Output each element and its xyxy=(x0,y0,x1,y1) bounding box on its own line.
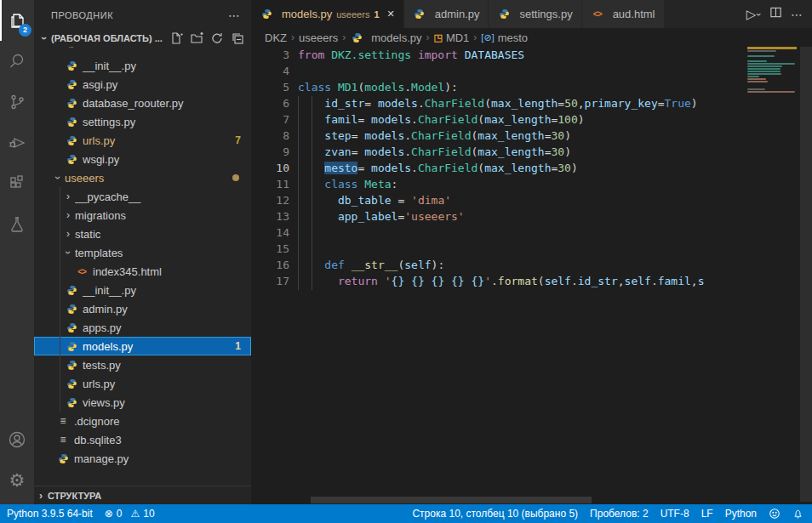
outline-section-header[interactable]: › СТРУКТУРА xyxy=(34,486,251,504)
tree-item-db.sqlite3[interactable]: ≡db.sqlite3 xyxy=(34,430,251,449)
tree-item-models.py[interactable]: models.py1 xyxy=(34,337,251,355)
tab-problems-badge: 1 xyxy=(374,9,379,20)
chevron-right-icon: › xyxy=(61,228,75,240)
tree-item-manage.py[interactable]: manage.py xyxy=(34,449,251,467)
breadcrumb-item-useeers[interactable]: useeers xyxy=(299,31,338,44)
code-line-11[interactable]: 11 class Meta: xyxy=(251,176,747,192)
breadcrumb-item-mesto[interactable]: [⊘]mesto xyxy=(481,31,528,44)
tree-folder-migrations[interactable]: ›migrations xyxy=(34,206,251,225)
settings-gear-icon[interactable]: ⚙ xyxy=(0,460,34,501)
status-language-mode[interactable]: Python xyxy=(725,508,757,520)
tree-item-views.py[interactable]: views.py xyxy=(34,393,251,412)
explorer-more-actions-icon[interactable]: ⋯ xyxy=(228,9,241,22)
code-line-16[interactable]: 16 def __str__(self): xyxy=(251,257,747,273)
status-eol[interactable]: LF xyxy=(701,508,713,520)
code-line-15[interactable]: 15 xyxy=(251,241,747,257)
tab-models.py[interactable]: models.pyuseeers1✕ xyxy=(251,0,404,28)
code-line-3[interactable]: 3from DKZ.settings import DATABASES xyxy=(251,47,747,63)
source-control-icon[interactable] xyxy=(0,82,34,122)
code-editor[interactable]: 3from DKZ.settings import DATABASES45cla… xyxy=(251,47,747,504)
tab-bar: models.pyuseeers1✕admin.pysettings.py<>a… xyxy=(251,0,812,28)
status-problems[interactable]: ⊗0⚠10 xyxy=(105,508,155,520)
testing-icon[interactable] xyxy=(0,204,34,245)
status-cursor-position[interactable]: Строка 10, столбец 10 (выбрано 5) xyxy=(412,508,578,520)
chevron-down-icon[interactable]: › xyxy=(754,13,764,16)
tree-folder-templates[interactable]: ›templates xyxy=(34,243,251,262)
tab-admin.py[interactable]: admin.py xyxy=(404,0,489,28)
code-line-4[interactable]: 4 xyxy=(251,63,747,79)
tree-folder-__pycache__[interactable]: ›__pycache__ xyxy=(34,187,251,206)
line-text: id_str= models.CharField(max_length=50,p… xyxy=(298,95,747,111)
workspace-section-header[interactable]: › (РАБОЧАЯ ОБЛАСТЬ) ... xyxy=(34,30,251,47)
horizontal-scrollbar[interactable] xyxy=(311,497,592,503)
new-file-icon[interactable] xyxy=(169,31,183,45)
code-line-6[interactable]: 6 id_str= models.CharField(max_length=50… xyxy=(251,95,747,111)
status-feedback-icon[interactable] xyxy=(769,508,781,520)
run-debug-icon[interactable] xyxy=(0,122,34,163)
minimap-line xyxy=(747,81,768,82)
problems-count-badge: 1 xyxy=(235,340,241,352)
code-line-10[interactable]: 10 mesto= models.CharField(max_length=30… xyxy=(251,160,747,176)
code-line-8[interactable]: 8 step= models.CharField(max_length=30) xyxy=(251,128,747,144)
tree-item-apps.py[interactable]: apps.py xyxy=(34,318,251,337)
tree-item-asgi.py[interactable]: asgi.py xyxy=(34,75,251,94)
line-text: zvan= models.CharField(max_length=30) xyxy=(298,144,747,160)
tree-item-database_roouter.py[interactable]: database_roouter.py xyxy=(34,94,251,112)
code-line-9[interactable]: 9 zvan= models.CharField(max_length=30) xyxy=(251,144,747,160)
tree-item-wsgi.py[interactable]: wsgi.py xyxy=(34,150,251,168)
collapse-folders-icon[interactable] xyxy=(231,31,244,45)
more-actions-icon[interactable]: ⋯ xyxy=(791,8,803,21)
breadcrumb-item-MD1[interactable]: ◳MD1 xyxy=(434,31,470,44)
tree-folder-static[interactable]: ›static xyxy=(34,225,251,243)
indent-guide xyxy=(60,299,60,318)
file-file-icon: ≡ xyxy=(56,415,70,427)
python-file-icon xyxy=(65,304,78,315)
extensions-icon[interactable] xyxy=(0,163,34,204)
code-line-17[interactable]: 17 return '{} {} {} {} {}'.format(self.i… xyxy=(251,273,747,289)
line-number: 6 xyxy=(251,95,289,111)
split-editor-icon[interactable] xyxy=(769,6,782,22)
breadcrumb-item-DKZ[interactable]: DKZ xyxy=(265,31,287,44)
refresh-icon[interactable] xyxy=(210,31,224,45)
tab-label: settings.py xyxy=(519,8,572,20)
status-python-interpreter[interactable]: Python 3.9.5 64-bit xyxy=(7,508,93,520)
tree-item-indexelement[interactable]: indexelement xyxy=(34,47,251,56)
minimap-line xyxy=(747,88,765,90)
tree-item-settings.py[interactable]: settings.py xyxy=(34,112,251,131)
tree-item-admin.py[interactable]: admin.py xyxy=(34,299,251,318)
tree-item-tests.py[interactable]: tests.py xyxy=(34,355,251,374)
indent-guide xyxy=(60,187,60,206)
tree-item-label: tests.py xyxy=(83,359,251,372)
tree-item-__init__.py[interactable]: __init__.py xyxy=(34,281,251,299)
vertical-scrollbar[interactable] xyxy=(800,47,812,502)
status-bell-icon[interactable] xyxy=(792,508,803,520)
account-icon[interactable] xyxy=(0,419,34,460)
tree-item-label: static xyxy=(75,228,251,241)
explorer-icon[interactable]: 2 xyxy=(0,0,34,41)
code-line-5[interactable]: 5class MD1(models.Model): xyxy=(251,79,747,95)
status-encoding[interactable]: UTF-8 xyxy=(660,508,689,520)
breadcrumb-item-models.py[interactable]: models.py xyxy=(350,31,421,44)
tab-settings.py[interactable]: settings.py xyxy=(489,0,581,28)
status-indentation[interactable]: Пробелов: 2 xyxy=(590,508,649,520)
tab-aud.html[interactable]: <>aud.html xyxy=(582,0,665,28)
tree-item-label: indexelement xyxy=(83,47,251,49)
tree-item-index345.html[interactable]: <>index345.html xyxy=(34,262,251,281)
tree-folder-useeers[interactable]: ›useeers xyxy=(34,168,251,187)
line-number: 11 xyxy=(251,176,289,192)
search-icon[interactable] xyxy=(0,41,34,82)
tree-item-.dcignore[interactable]: ≡.dcignore xyxy=(34,412,251,430)
minimap[interactable] xyxy=(747,47,800,504)
line-text: db_table = 'dima' xyxy=(298,192,747,208)
code-line-7[interactable]: 7 famil= models.CharField(max_length=100… xyxy=(251,111,747,128)
code-line-14[interactable]: 14 xyxy=(251,225,747,241)
tree-item-urls.py[interactable]: urls.py7 xyxy=(34,131,251,150)
tree-item-urls.py[interactable]: urls.py xyxy=(34,374,251,393)
new-folder-icon[interactable] xyxy=(190,31,203,45)
code-line-13[interactable]: 13 app_label='useeers' xyxy=(251,208,747,225)
tree-item-__init__.py[interactable]: __init__.py xyxy=(34,56,251,75)
run-python-file-button[interactable]: ▷ › xyxy=(746,7,761,22)
close-icon[interactable]: ✕ xyxy=(387,9,395,20)
code-line-12[interactable]: 12 db_table = 'dima' xyxy=(251,192,747,208)
tree-item-label: migrations xyxy=(75,209,251,222)
